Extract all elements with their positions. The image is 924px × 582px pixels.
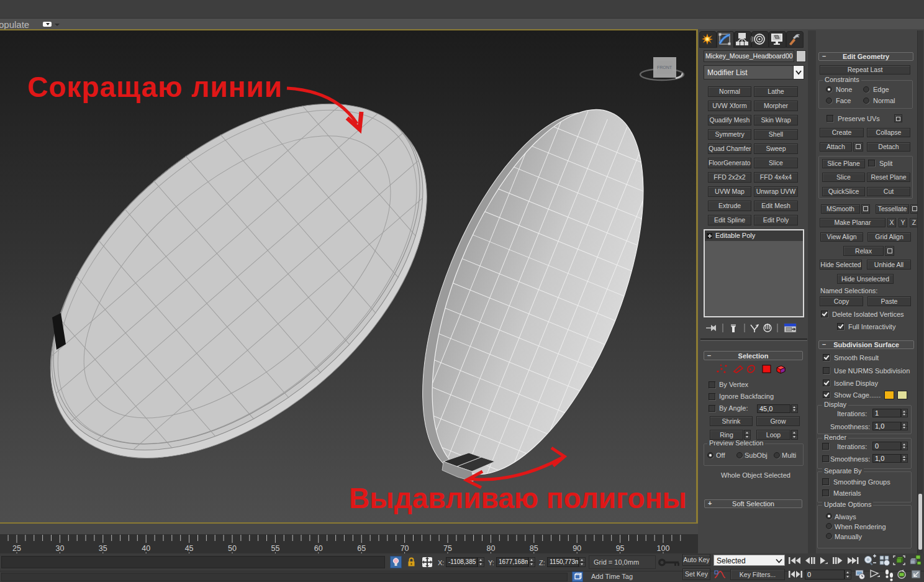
svg-text:75: 75 (443, 544, 452, 553)
svg-text:FRONT: FRONT (657, 65, 673, 70)
svg-text:30: 30 (55, 544, 64, 553)
svg-text:40: 40 (142, 544, 150, 553)
svg-text:100: 100 (657, 544, 670, 553)
svg-text:35: 35 (99, 544, 107, 553)
svg-text:90: 90 (573, 544, 581, 553)
svg-text:60: 60 (314, 544, 323, 553)
svg-text:85: 85 (530, 544, 538, 553)
svg-text:95: 95 (616, 544, 625, 553)
svg-text:45: 45 (185, 544, 194, 553)
svg-text:Сокращаю линии: Сокращаю линии (27, 71, 283, 103)
svg-text:25: 25 (12, 544, 21, 553)
svg-text:50: 50 (228, 544, 237, 553)
svg-text:80: 80 (486, 544, 495, 553)
svg-text:70: 70 (401, 544, 409, 553)
svg-text:65: 65 (357, 544, 366, 553)
svg-text:55: 55 (271, 544, 279, 553)
svg-text:Выдавливаю полигоны: Выдавливаю полигоны (349, 482, 687, 514)
